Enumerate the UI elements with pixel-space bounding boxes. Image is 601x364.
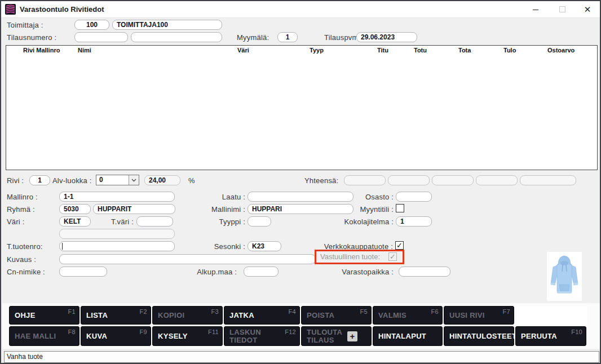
tilausnumero-field-1[interactable] <box>74 32 128 42</box>
toimittaja-code-field[interactable]: 100 <box>74 20 109 30</box>
fbtn-laskun-tiedot: LASKUN TIEDOTF12 <box>224 326 300 346</box>
fbtn-label: LASKUN TIEDOT <box>229 329 289 344</box>
vari-field[interactable]: KELT <box>59 216 91 227</box>
fbtn-poista: POISTAF5 <box>301 306 372 325</box>
table-column-header: Rivi Mallinro <box>23 47 60 54</box>
fkey-label: F6 <box>431 308 439 315</box>
verkkokauppatuote-checkbox[interactable]: ✓ <box>395 241 404 250</box>
fkey-label: F5 <box>360 308 368 315</box>
fbtn-label: VALMIS <box>378 312 432 319</box>
myyntitili-checkbox[interactable] <box>396 204 404 212</box>
fbtn-kopioi: KOPIOIF3 <box>152 306 223 325</box>
fkey-label: F7 <box>503 308 510 315</box>
empty-button-slot <box>516 306 587 325</box>
table-column-header: Ostoarvo <box>547 47 575 54</box>
fbtn-label: HAE MALLI <box>15 332 69 340</box>
toimittaja-label: Toimittaja : <box>7 21 43 29</box>
kokolajitelma-field[interactable]: 1 <box>396 216 432 227</box>
fbtn-uusi-rivi: UUSI RIVIF7 <box>444 306 514 325</box>
ryhma-name-field[interactable]: HUPPARIT <box>93 204 175 214</box>
ryhma-label: Ryhmä : <box>7 205 35 214</box>
percent-suffix: % <box>188 176 195 185</box>
varastopaikka-field[interactable] <box>399 267 450 277</box>
fbtn-label: KOPIOI <box>158 312 212 319</box>
status-bar: Vanha tuote <box>4 351 599 363</box>
osasto-label: Osasto : <box>311 193 394 201</box>
fbtn-label: KUVA <box>86 332 140 340</box>
fkey-label: F8 <box>68 329 76 335</box>
vastuullinen-label: Vastuullinen tuote: <box>320 252 380 261</box>
fbtn-label: LISTA <box>86 312 140 319</box>
fbtn-label: HINTATULOSTEET <box>449 332 503 340</box>
fbtn-label: POISTA <box>307 312 361 319</box>
alkup-maa-field[interactable] <box>244 267 279 277</box>
mallinimi-label: Mallinimi : <box>193 205 245 214</box>
text-caret <box>62 243 63 250</box>
osasto-field[interactable] <box>396 192 432 202</box>
fkey-label: F12 <box>285 329 296 335</box>
table-column-header: Tota <box>458 47 471 54</box>
maximize-icon <box>553 1 571 17</box>
yhteensa-label: Yhteensä: <box>304 176 338 185</box>
rivi-field[interactable]: 1 <box>29 175 50 185</box>
ttuotenro-field[interactable] <box>59 241 175 251</box>
ttuotenro-label: T.tuotenro: <box>7 242 43 251</box>
title-bar: Varastoontulo Rivitiedot ─ ✕ <box>1 1 600 18</box>
hoodie-product-image <box>547 252 582 301</box>
chevron-down-icon[interactable] <box>129 175 139 185</box>
ryhma-code-field[interactable]: 5030 <box>59 204 91 214</box>
cn-nimike-field[interactable] <box>59 267 107 277</box>
table-column-header: Nimi <box>78 47 91 54</box>
app-logo-icon <box>5 4 16 15</box>
close-icon[interactable]: ✕ <box>578 1 596 17</box>
fbtn-jatka[interactable]: JATKAF4 <box>224 306 300 325</box>
app-window: Varastoontulo Rivitiedot ─ ✕ Toimittaja … <box>0 0 601 364</box>
tilausnumero-label: Tilausnumero : <box>7 33 56 42</box>
fbtn-label: UUSI RIVI <box>449 312 503 319</box>
myyntitili-label: Myyntitili : <box>311 205 394 214</box>
yhteensa-field-2 <box>388 175 430 185</box>
table-column-header: Titu <box>377 47 388 54</box>
fbtn-hintatulosteet[interactable]: HINTATULOSTEET <box>444 326 514 346</box>
tyyppi-label: Tyyppi : <box>193 217 245 226</box>
fkey-label: F1 <box>68 308 76 315</box>
plus-icon[interactable]: + <box>347 331 357 341</box>
table-column-header: Totu <box>414 47 427 54</box>
fbtn-lista[interactable]: LISTAF2 <box>81 306 151 325</box>
alv-luokka-selected: 0 <box>99 176 103 184</box>
fkey-label: F9 <box>140 329 147 335</box>
fbtn-ohje[interactable]: OHJEF1 <box>9 306 79 325</box>
alv-luokka-label: Alv-luokka : <box>52 176 92 185</box>
myymala-label: Myymälä: <box>237 33 269 42</box>
button-row-1: OHJEF1LISTAF2KOPIOIF3JATKAF4POISTAF5VALM… <box>9 306 514 325</box>
extra-field <box>59 229 175 239</box>
table-column-header: Tulo <box>503 47 516 54</box>
kuvaus-label: Kuvaus : <box>7 255 36 264</box>
order-rows-table[interactable]: Rivi MallinroNimiVäriTyypTituTotuTotaTul… <box>6 45 598 170</box>
fbtn-label: JATKA <box>229 312 289 319</box>
fbtn-label: OHJE <box>15 312 69 319</box>
fbtn-kuva[interactable]: KUVAF9 <box>81 326 151 346</box>
laatu-label: Laatu : <box>193 193 245 201</box>
alv-luokka-select[interactable]: 0 <box>96 175 139 185</box>
kuvaus-field[interactable] <box>59 254 316 264</box>
fbtn-label: KYSELY <box>158 332 212 340</box>
fkey-label: F3 <box>211 308 219 315</box>
mallinro-field[interactable]: 1-1 <box>59 192 175 202</box>
fbtn-peruuta[interactable]: PERUUTAF10 <box>515 326 586 346</box>
minimize-icon[interactable]: ─ <box>527 1 545 17</box>
tilauspvm-field[interactable]: 29.06.2023 <box>356 32 417 42</box>
tvari-field[interactable] <box>136 216 173 227</box>
tyyppi-field[interactable] <box>248 216 271 227</box>
tilausnumero-field-2[interactable] <box>131 32 222 42</box>
myymala-field[interactable]: 1 <box>277 32 298 42</box>
varastopaikka-label: Varastopaikka : <box>311 268 394 276</box>
toimittaja-name-field[interactable]: TOIMITTAJA100 <box>112 20 222 30</box>
fbtn-hintalaput[interactable]: HINTALAPUT <box>373 326 443 346</box>
yhteensa-field-1 <box>344 175 386 185</box>
yhteensa-field-5 <box>520 175 576 185</box>
fbtn-label: PERUUTA <box>521 332 576 340</box>
fkey-label: F2 <box>140 308 147 315</box>
fbtn-kysely[interactable]: KYSELYF11 <box>152 326 223 346</box>
vari-label: Väri : <box>7 217 25 226</box>
